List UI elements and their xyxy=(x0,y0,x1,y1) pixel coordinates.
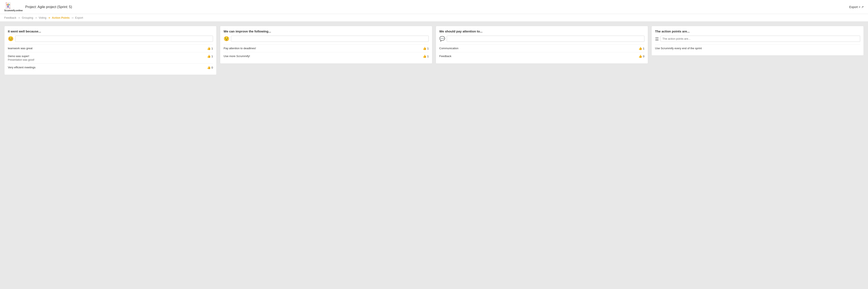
logo-name: Scummify xyxy=(4,9,15,12)
vote-area: 👍 1 xyxy=(639,47,645,50)
thumbs-up-icon[interactable]: 👍 xyxy=(423,55,426,58)
logo-area: 🃏 Scummify.online xyxy=(4,2,23,12)
chat-icon: 💬 xyxy=(439,36,445,41)
vote-area: 👍 0 xyxy=(639,55,645,58)
vote-count: 1 xyxy=(212,47,213,50)
list-item: teamwork was great 👍 1 xyxy=(8,45,213,52)
arrow-2: ⇒ xyxy=(35,16,37,19)
arrow-4: ⇒ xyxy=(71,16,73,19)
vote-area: 👍 1 xyxy=(207,47,213,50)
vote-count: 1 xyxy=(643,47,645,50)
improve-input-row: 😟 xyxy=(223,36,429,42)
item-text: Feedback xyxy=(439,55,637,58)
attention-title: We should pay attention to... xyxy=(439,29,645,33)
vote-count: 1 xyxy=(427,47,429,50)
list-icon: ☰ xyxy=(655,36,659,41)
item-text: Very efficient meetings xyxy=(8,66,205,69)
list-item: Very efficient meetings 👍 0 xyxy=(8,63,213,71)
export-button[interactable]: Export > ↗ xyxy=(849,5,864,9)
happy-icon: 😊 xyxy=(8,36,13,41)
list-item: Use more Scrummify! 👍 1 xyxy=(223,52,429,60)
action-points-card: The action points are... ☰ Use Scrummify… xyxy=(651,26,864,56)
main-content: It went well because... 😊 teamwork was g… xyxy=(0,22,868,79)
thumbs-up-icon[interactable]: 👍 xyxy=(207,66,211,69)
item-text: teamwork was great xyxy=(8,47,205,50)
item-text: Pay attention to deadlines! xyxy=(223,47,421,50)
vote-count: 1 xyxy=(427,55,429,58)
attention-input-row: 💬 xyxy=(439,36,645,42)
breadcrumb: Feedback ⇒ Grouping ⇒ Voting ➔ Action Po… xyxy=(0,14,868,22)
sad-icon: 😟 xyxy=(223,36,229,41)
went-well-input-row: 😊 xyxy=(8,36,213,42)
list-item: Pay attention to deadlines! 👍 1 xyxy=(223,45,429,52)
project-title: Project: Agile project (Sprint: 5) xyxy=(25,5,72,9)
item-text: Demo was super! Presentation was good! xyxy=(8,55,205,61)
list-item: Communication 👍 1 xyxy=(439,45,645,52)
export-icon: ↗ xyxy=(861,5,864,9)
improve-card: We can improve the following... 😟 Pay at… xyxy=(220,26,432,64)
vote-count: 1 xyxy=(212,55,213,58)
vote-area: 👍 1 xyxy=(423,47,429,50)
breadcrumb-action-points[interactable]: Action Points xyxy=(52,16,70,19)
logo-domain: .online xyxy=(15,9,23,12)
list-item: Demo was super! Presentation was good! 👍… xyxy=(8,52,213,63)
logo-text: Scummify.online xyxy=(4,9,23,12)
action-points-input-row: ☰ xyxy=(655,36,860,42)
item-text: Communication xyxy=(439,47,637,50)
thumbs-up-icon[interactable]: 👍 xyxy=(207,47,211,50)
thumbs-up-icon[interactable]: 👍 xyxy=(639,55,642,58)
vote-count: 0 xyxy=(643,55,645,58)
thumbs-up-icon[interactable]: 👍 xyxy=(207,55,211,58)
list-item: Feedback 👍 0 xyxy=(439,52,645,60)
header: 🃏 Scummify.online Project: Agile project… xyxy=(0,0,868,14)
vote-area: 👍 0 xyxy=(207,66,213,69)
item-sub: Presentation was good! xyxy=(8,58,205,61)
went-well-title: It went well because... xyxy=(8,29,213,33)
breadcrumb-export[interactable]: Export xyxy=(75,16,83,19)
action-points-title: The action points are... xyxy=(655,29,860,33)
header-left: 🃏 Scummify.online Project: Agile project… xyxy=(4,2,72,12)
improve-title: We can improve the following... xyxy=(223,29,429,33)
breadcrumb-voting[interactable]: Voting xyxy=(39,16,46,19)
arrow-1: ⇒ xyxy=(18,16,20,19)
went-well-card: It went well because... 😊 teamwork was g… xyxy=(4,26,217,75)
thumbs-up-icon[interactable]: 👍 xyxy=(639,47,642,50)
arrow-3: ➔ xyxy=(48,16,50,19)
improve-input[interactable] xyxy=(231,36,429,42)
logo-icon: 🃏 xyxy=(4,2,12,9)
thumbs-up-icon[interactable]: 👍 xyxy=(423,47,426,50)
breadcrumb-feedback[interactable]: Feedback xyxy=(4,16,16,19)
vote-area: 👍 1 xyxy=(207,55,213,58)
export-label: Export > xyxy=(849,5,860,9)
vote-count: 0 xyxy=(212,66,213,69)
action-item: Use Scrummify every end of the sprint xyxy=(655,45,860,52)
attention-card: We should pay attention to... 💬 Communic… xyxy=(436,26,648,64)
went-well-input[interactable] xyxy=(15,36,213,42)
vote-area: 👍 1 xyxy=(423,55,429,58)
breadcrumb-grouping[interactable]: Grouping xyxy=(22,16,33,19)
attention-input[interactable] xyxy=(447,36,645,42)
action-points-input[interactable] xyxy=(660,36,860,42)
item-text: Use more Scrummify! xyxy=(223,55,421,58)
